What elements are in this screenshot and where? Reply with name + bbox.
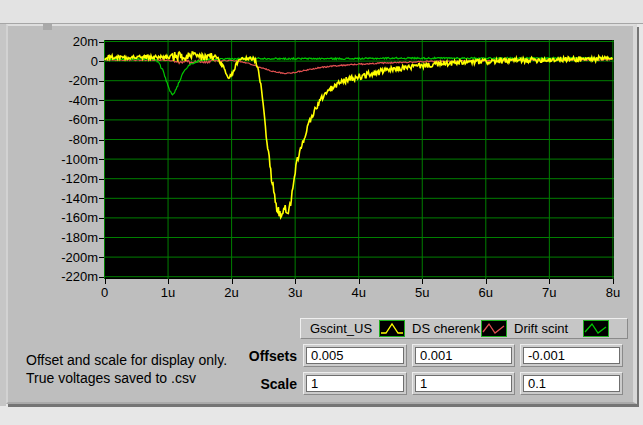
x-axis-tick — [232, 279, 233, 284]
scale-field-frame-0 — [303, 372, 407, 395]
x-axis-tick — [168, 279, 169, 284]
scale-fields-row — [303, 372, 625, 395]
waveform-sample-icon — [481, 320, 507, 337]
y-axis-label: -20m — [26, 73, 98, 88]
x-axis-tick — [613, 279, 614, 284]
y-axis-label: -200m — [26, 250, 98, 265]
legend-item-gscint-us[interactable]: Gscint_US — [303, 319, 405, 338]
legend-label-ds-cherenk: DS cherenk — [405, 321, 481, 336]
x-axis-label: 7u — [529, 285, 569, 300]
plot-legend: Gscint_USDS cherenkDrift scint — [300, 318, 628, 339]
legend-label-gscint-us: Gscint_US — [303, 321, 379, 336]
x-axis-tick — [105, 279, 106, 284]
offsets-fields-row — [303, 344, 625, 367]
x-axis-tick — [549, 279, 550, 284]
labview-front-panel: 20m0-20m-40m-60m-80m-100m-120m-140m-160m… — [0, 0, 643, 425]
offset-field-frame-2 — [520, 344, 623, 367]
y-axis-label: -40m — [26, 93, 98, 108]
display-note-line1: Offset and scale for display only. — [26, 351, 227, 369]
waveform-sample-icon — [583, 320, 609, 337]
waveform-sample-icon — [379, 320, 405, 337]
x-axis-tick — [422, 279, 423, 284]
x-axis-tick — [359, 279, 360, 284]
x-axis-label: 6u — [466, 285, 506, 300]
x-axis-label: 3u — [275, 285, 315, 300]
offset-field-0[interactable] — [306, 347, 404, 364]
window-top-strip — [0, 0, 643, 24]
x-axis-label: 2u — [212, 285, 252, 300]
scale-field-frame-2 — [520, 372, 623, 395]
panel-notch — [43, 24, 52, 30]
x-axis-label: 0 — [85, 285, 125, 300]
x-axis-label: 4u — [339, 285, 379, 300]
x-axis-tick — [486, 279, 487, 284]
y-axis-label: -80m — [26, 132, 98, 147]
scale-field-1[interactable] — [415, 375, 512, 392]
offset-field-frame-1 — [412, 344, 515, 367]
waveform-chart — [104, 40, 614, 279]
offset-field-2[interactable] — [523, 347, 620, 364]
legend-item-drift-scint[interactable]: Drift scint — [507, 319, 609, 338]
y-axis-label: -120m — [26, 171, 98, 186]
y-axis-label: 0 — [26, 54, 98, 69]
y-axis-label: -220m — [26, 269, 98, 284]
offset-field-frame-0 — [303, 344, 407, 367]
x-axis-label: 1u — [148, 285, 188, 300]
y-axis-label: -60m — [26, 112, 98, 127]
waveform-graph-plot-area — [104, 40, 614, 279]
scale-field-frame-1 — [412, 372, 515, 395]
legend-label-drift-scint: Drift scint — [507, 321, 583, 336]
x-axis-label: 5u — [402, 285, 442, 300]
display-note: Offset and scale for display only. True … — [26, 351, 227, 387]
x-axis-tick — [295, 279, 296, 284]
legend-item-ds-cherenk[interactable]: DS cherenk — [405, 319, 507, 338]
y-axis-label: -180m — [26, 230, 98, 245]
y-axis-label: -100m — [26, 152, 98, 167]
scale-field-0[interactable] — [306, 375, 404, 392]
display-note-line2: True voltages saved to .csv — [26, 369, 227, 387]
scale-field-2[interactable] — [523, 375, 620, 392]
offset-field-1[interactable] — [415, 347, 512, 364]
y-axis-label: -140m — [26, 191, 98, 206]
x-axis-label: 8u — [593, 285, 633, 300]
y-axis-label: -160m — [26, 210, 98, 225]
y-axis-label: 20m — [26, 34, 98, 49]
